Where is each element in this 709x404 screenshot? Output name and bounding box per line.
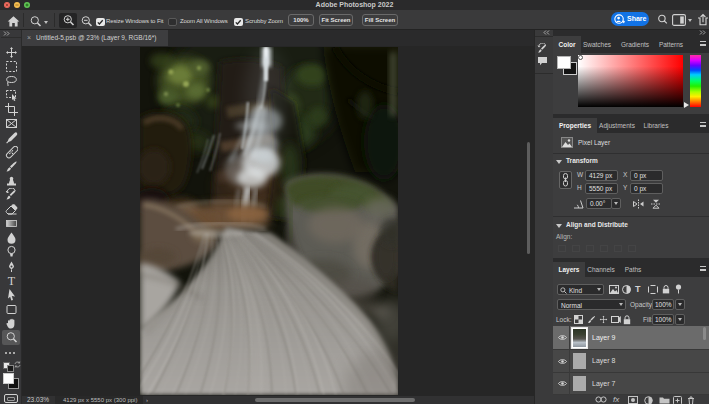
svg-text:T: T — [7, 274, 15, 287]
